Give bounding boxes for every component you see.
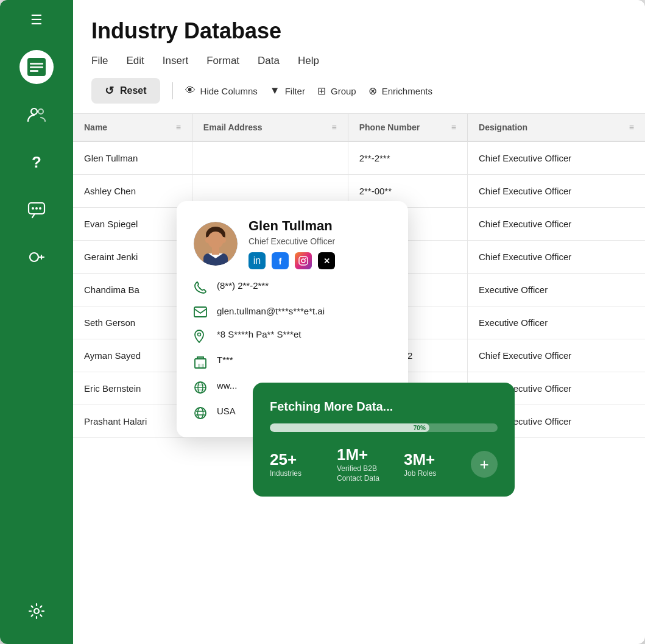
menu-edit[interactable]: Edit — [126, 55, 144, 67]
profile-name: Glen Tullman — [248, 218, 335, 234]
svg-point-29 — [195, 408, 206, 419]
svg-point-11 — [34, 609, 39, 614]
profile-header: Glen Tullman Chief Executive Officer in … — [194, 218, 391, 269]
email-value: glen.tullman@t***s***e*t.ai — [217, 306, 325, 316]
menu-bar: File Edit Insert Format Data Help — [91, 55, 627, 67]
settings-icon[interactable] — [19, 594, 54, 628]
cell-name: Evan Spiegel — [73, 208, 192, 241]
group-action[interactable]: ⊞ Group — [317, 85, 356, 97]
cell-name: Eric Bernstein — [73, 372, 192, 405]
table-row[interactable]: Glen Tullman 2**-2*** Chief Executive Of… — [73, 141, 645, 175]
enrichments-label: Enrichments — [382, 86, 432, 96]
svg-point-9 — [39, 207, 41, 210]
help-icon[interactable]: ? — [19, 145, 54, 179]
col-header-name[interactable]: Name ≡ — [73, 114, 192, 141]
cell-phone: 2**-2*** — [348, 141, 467, 175]
menu-format[interactable]: Format — [206, 55, 239, 67]
country-value: USA — [217, 406, 236, 416]
enrichments-action[interactable]: ⊗ Enrichments — [368, 85, 432, 97]
progress-label: 70% — [414, 425, 426, 431]
stat-contacts-label: Verified B2BContact Data — [337, 464, 404, 483]
svg-rect-19 — [299, 257, 308, 265]
filter-action[interactable]: ▼ Filter — [270, 85, 305, 97]
col-menu-icon: ≡ — [332, 122, 337, 132]
cell-designation: Chief Executive Officer — [468, 241, 645, 274]
hide-columns-action[interactable]: 👁 Hide Columns — [185, 85, 258, 97]
toolbar: ↺ Reset 👁 Hide Columns ▼ Filter ⊞ Group — [91, 78, 627, 113]
svg-point-10 — [30, 253, 38, 261]
col-menu-icon: ≡ — [451, 122, 456, 132]
menu-icon[interactable]: ☰ — [30, 12, 43, 28]
cell-name: Ayman Sayed — [73, 339, 192, 372]
cell-designation: Chief Executive Officer — [468, 208, 645, 241]
stat-industries-num: 25+ — [270, 450, 337, 469]
profile-job-title: Chief Executive Officer — [248, 236, 335, 246]
svg-rect-3 — [30, 70, 38, 72]
stat-roles-label: Job Roles — [404, 469, 471, 479]
stat-industries-label: Industries — [270, 469, 337, 479]
cell-designation: Chief Executive Officer — [468, 141, 645, 175]
svg-point-7 — [32, 207, 34, 210]
toolbar-separator — [172, 82, 173, 99]
eye-icon: 👁 — [185, 85, 196, 97]
enrichments-icon: ⊗ — [368, 85, 377, 97]
company-value: T*** — [217, 355, 233, 365]
menu-data[interactable]: Data — [258, 55, 280, 67]
x-twitter-icon[interactable]: ✕ — [318, 252, 335, 269]
svg-rect-25 — [198, 364, 200, 368]
page-title: Industry Database — [91, 18, 627, 44]
facebook-icon[interactable]: f — [272, 252, 289, 269]
svg-point-21 — [305, 258, 306, 259]
address-detail: *8 S****h Pa** S***et — [194, 329, 391, 346]
svg-point-18 — [221, 237, 226, 243]
table-header-row: Name ≡ Email Address ≡ P — [73, 114, 645, 141]
fetch-data-popup: Fetching More Data... 70% 25+ Industries… — [253, 383, 515, 497]
website-value: ww... — [217, 380, 237, 391]
building-icon — [194, 355, 208, 372]
col-header-email[interactable]: Email Address ≡ — [192, 114, 348, 141]
people-icon[interactable] — [19, 97, 54, 132]
email-detail: glen.tullman@t***s***e*t.ai — [194, 306, 391, 320]
reset-label: Reset — [120, 85, 147, 96]
reset-button[interactable]: ↺ Reset — [91, 78, 160, 104]
stat-roles: 3M+ Job Roles — [404, 450, 471, 479]
menu-insert[interactable]: Insert — [163, 55, 189, 67]
cell-name: Geraint Jenki — [73, 241, 192, 274]
social-icons: in f ✕ — [248, 252, 335, 269]
cell-name: Seth Gerson — [73, 306, 192, 339]
stat-contacts: 1M+ Verified B2BContact Data — [337, 445, 404, 483]
svg-rect-26 — [202, 364, 204, 368]
linkedin-icon[interactable]: in — [248, 252, 266, 269]
col-header-designation[interactable]: Designation ≡ — [468, 114, 645, 141]
fetch-title: Fetching More Data... — [270, 400, 498, 414]
group-icon: ⊞ — [317, 85, 326, 97]
cell-designation: Executive Officer — [468, 274, 645, 306]
location-icon — [194, 330, 208, 346]
menu-help[interactable]: Help — [298, 55, 319, 67]
svg-rect-1 — [30, 63, 43, 65]
menu-file[interactable]: File — [91, 55, 108, 67]
spreadsheet-icon[interactable] — [19, 50, 54, 84]
avatar — [194, 222, 238, 266]
fetch-more-button[interactable]: + — [471, 451, 498, 478]
cell-email — [192, 141, 348, 175]
svg-rect-2 — [30, 66, 43, 68]
key-icon[interactable] — [19, 240, 54, 274]
filter-label: Filter — [285, 86, 305, 96]
svg-point-30 — [198, 408, 203, 419]
page-header: Industry Database File Edit Insert Forma… — [73, 0, 645, 113]
fetch-stats: 25+ Industries 1M+ Verified B2BContact D… — [270, 445, 498, 483]
col-menu-icon: ≡ — [629, 122, 634, 132]
phone-icon — [194, 281, 208, 297]
chat-icon[interactable] — [19, 193, 54, 227]
phone-value: (8**) 2**-2*** — [217, 280, 269, 291]
svg-point-20 — [301, 259, 305, 263]
cell-designation: Chief Executive Officer — [468, 175, 645, 208]
col-header-phone[interactable]: Phone Number ≡ — [348, 114, 467, 141]
address-value: *8 S****h Pa** S***et — [217, 329, 301, 339]
svg-point-23 — [198, 333, 201, 336]
cell-designation: Chief Executive Officer — [468, 339, 645, 372]
svg-rect-22 — [194, 307, 206, 317]
filter-icon: ▼ — [270, 85, 280, 97]
instagram-icon[interactable] — [295, 252, 312, 269]
